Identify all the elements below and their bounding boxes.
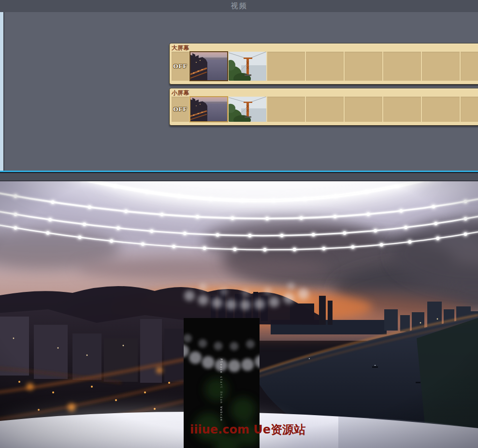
window-title: 视频 [231,1,247,11]
big-screen-off-button[interactable]: OFF [172,52,189,81]
video-workspace: 大屏幕 OFF 小屏幕 OFF [0,12,478,171]
thumbnail-cable-car[interactable] [229,97,266,122]
thumbnail-harbor-dusk[interactable] [190,97,228,122]
big-screen-label: 大屏幕 [172,44,478,52]
small-screen-track: OFF [172,97,478,122]
empty-slot [345,52,382,81]
empty-slot [267,97,305,122]
studio-preview: Please start Union Webcam iiiue.com Ue资源… [0,181,478,448]
empty-slot [383,52,421,81]
small-screen-strip: 小屏幕 OFF [169,88,478,126]
empty-slot [422,97,460,122]
thumbnail-cable-car[interactable] [229,52,266,81]
thumbnail-harbor-dusk[interactable] [190,52,228,81]
empty-slot [306,97,344,122]
empty-slot [306,52,344,81]
empty-slot [345,97,382,122]
small-screen-off-button[interactable]: OFF [172,97,189,122]
empty-slot [461,52,478,81]
big-screen-track: OFF [172,52,478,81]
empty-slot [461,97,478,122]
empty-slot [383,97,421,122]
small-screen-label: 小屏幕 [172,89,478,97]
studio-scene: Please start Union Webcam iiiue.com Ue资源… [0,181,478,448]
empty-slot [267,52,305,81]
vignette [0,181,478,448]
title-bar: 视频 [0,0,478,13]
left-panel-rail [0,12,4,171]
big-screen-strip: 大屏幕 OFF [169,43,478,85]
empty-slot [422,52,460,81]
panel-splitter[interactable] [0,171,478,181]
